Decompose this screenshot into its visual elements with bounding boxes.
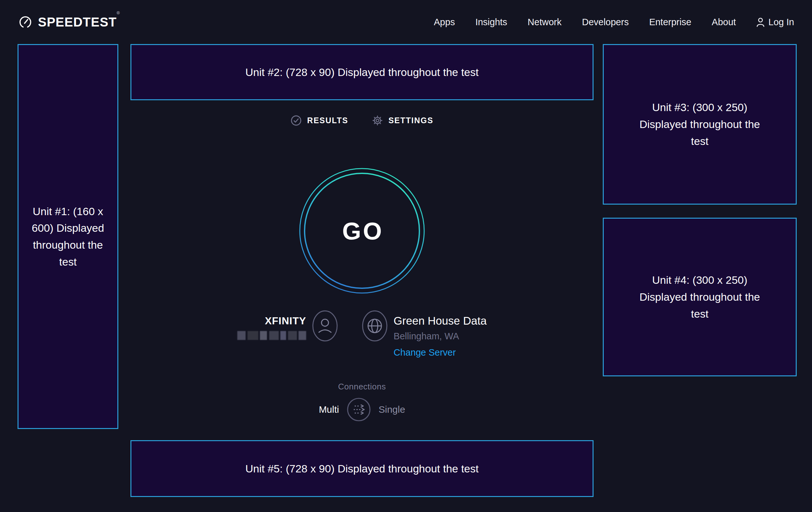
server-name: Green House Data bbox=[394, 315, 487, 327]
ad-unit-4-label: Unit #4: (300 x 250) Displayed throughou… bbox=[631, 272, 768, 322]
connections-label: Connections bbox=[338, 382, 386, 392]
provider-name: XFINITY bbox=[265, 315, 306, 327]
top-navigation: SPEEDTEST® Apps Insights Network Develop… bbox=[0, 0, 812, 44]
nav-item-network[interactable]: Network bbox=[527, 17, 561, 27]
logo-wordmark: SPEEDTEST® bbox=[38, 15, 120, 29]
ad-unit-2[interactable]: Unit #2: (728 x 90) Displayed throughout… bbox=[130, 44, 593, 100]
ad-unit-3[interactable]: Unit #3: (300 x 250) Displayed throughou… bbox=[603, 44, 797, 205]
ad-unit-1[interactable]: Unit #1: (160 x 600) Displayed throughou… bbox=[18, 44, 118, 429]
redacted-ip-text bbox=[237, 331, 306, 340]
connections-multi-option[interactable]: Multi bbox=[319, 404, 339, 415]
tab-results-label: RESULTS bbox=[307, 116, 348, 125]
connections-toggle-row: Multi Single bbox=[130, 397, 593, 422]
nav-item-enterprise[interactable]: Enterprise bbox=[649, 17, 691, 27]
tab-settings-label: SETTINGS bbox=[388, 116, 433, 125]
gauge-icon bbox=[18, 15, 33, 30]
provider-text: XFINITY bbox=[237, 315, 306, 358]
login-button[interactable]: Log In bbox=[756, 17, 794, 27]
user-icon bbox=[756, 17, 765, 27]
change-server-link[interactable]: Change Server bbox=[394, 347, 456, 358]
login-label: Log In bbox=[768, 17, 794, 27]
connections-single-option[interactable]: Single bbox=[379, 404, 405, 415]
tab-results[interactable]: RESULTS bbox=[291, 115, 348, 126]
gear-icon bbox=[372, 115, 383, 126]
ad-unit-5[interactable]: Unit #5: (728 x 90) Displayed throughout… bbox=[130, 440, 593, 497]
server-location: Bellingham, WA bbox=[394, 331, 459, 342]
isp-user-icon bbox=[312, 310, 338, 342]
go-button-area: GO bbox=[130, 168, 593, 294]
provider-info: XFINITY bbox=[237, 310, 338, 358]
ad-unit-5-label: Unit #5: (728 x 90) Displayed throughout… bbox=[245, 460, 478, 477]
logo-trademark: ® bbox=[117, 10, 120, 15]
go-button[interactable]: GO bbox=[299, 168, 425, 294]
ad-unit-4[interactable]: Unit #4: (300 x 250) Displayed throughou… bbox=[603, 218, 797, 376]
server-info: Green House Data Bellingham, WA Change S… bbox=[362, 310, 487, 358]
nav-links: Apps Insights Network Developers Enterpr… bbox=[434, 17, 794, 27]
connections-section: Connections bbox=[130, 382, 593, 392]
ad-unit-1-label: Unit #1: (160 x 600) Displayed throughou… bbox=[26, 203, 110, 270]
server-text: Green House Data Bellingham, WA Change S… bbox=[394, 315, 487, 358]
speedtest-page: SPEEDTEST® Apps Insights Network Develop… bbox=[0, 0, 812, 512]
nav-item-apps[interactable]: Apps bbox=[434, 17, 455, 27]
nav-item-insights[interactable]: Insights bbox=[475, 17, 507, 27]
connection-meta-row: XFINITY Green House Data Bellingham, WA … bbox=[130, 310, 593, 358]
nav-item-developers[interactable]: Developers bbox=[582, 17, 629, 27]
speedtest-logo[interactable]: SPEEDTEST® bbox=[18, 15, 120, 30]
tabs-row: RESULTS SETTINGS bbox=[130, 115, 593, 126]
multi-connection-icon[interactable] bbox=[347, 397, 371, 422]
logo-text: SPEEDTEST bbox=[38, 15, 117, 29]
tab-settings[interactable]: SETTINGS bbox=[372, 115, 433, 126]
ad-unit-2-label: Unit #2: (728 x 90) Displayed throughout… bbox=[245, 64, 478, 81]
check-circle-icon bbox=[291, 115, 302, 126]
ad-unit-3-label: Unit #3: (300 x 250) Displayed throughou… bbox=[631, 99, 768, 150]
nav-item-about[interactable]: About bbox=[712, 17, 736, 27]
globe-icon bbox=[362, 310, 388, 342]
go-button-label: GO bbox=[299, 168, 425, 294]
